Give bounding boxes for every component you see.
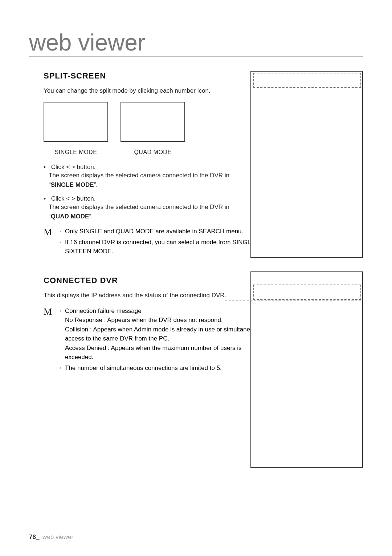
bullet-quad-desc: The screen displays the selected camera … bbox=[49, 202, 240, 221]
note-marker-icon: M bbox=[44, 306, 54, 374]
screenshot-split-screen bbox=[250, 71, 363, 258]
quad-mode-thumbnail bbox=[121, 102, 185, 142]
connected-dvr-note-list: ▪ Connection failure message No Response… bbox=[60, 306, 263, 374]
single-mode-label: SINGLE MODE bbox=[55, 149, 97, 156]
bullet-single-mode: Click < > button. The screen displays th… bbox=[44, 164, 240, 189]
footer-label: web viewer bbox=[42, 533, 73, 540]
note-item: ▪ Connection failure message No Response… bbox=[60, 306, 263, 362]
bullet-single-click: Click < > button. bbox=[51, 164, 96, 170]
note-search-menu: Only SINGLE and QUAD MODE are available … bbox=[65, 227, 243, 236]
note-bullet-icon: ▪ bbox=[60, 306, 61, 362]
bullet-quad-click: Click < > button. bbox=[51, 195, 96, 202]
note-conn-failure-label: Connection failure message bbox=[65, 306, 263, 316]
highlight-line bbox=[225, 301, 361, 301]
document-page: web viewer SPLIT-SCREEN You can change t… bbox=[0, 0, 392, 556]
bullet-quad-mode-name: QUAD MODE bbox=[51, 213, 89, 220]
note-bullet-icon: ▪ bbox=[60, 238, 61, 256]
single-mode-col: SINGLE MODE bbox=[44, 102, 108, 156]
note-bullet-icon: ▪ bbox=[60, 363, 61, 373]
bullet-single-desc-c: ”. bbox=[94, 181, 98, 188]
bullet-single-desc: The screen displays the selected camera … bbox=[49, 171, 240, 189]
note-marker-icon: M bbox=[44, 227, 54, 258]
note-item: ▪Only SINGLE and QUAD MODE are available… bbox=[60, 227, 263, 236]
note-16ch: If 16 channel DVR is connected, you can … bbox=[65, 238, 263, 256]
note-item: ▪If 16 channel DVR is connected, you can… bbox=[60, 238, 263, 256]
bullet-single-mode-name: SINGLE MODE bbox=[51, 181, 94, 188]
note-connection-failure: Connection failure message No Response :… bbox=[65, 306, 263, 362]
chapter-title: web viewer bbox=[29, 29, 363, 57]
note-collision: Collision : Appears when Admin mode is a… bbox=[65, 325, 263, 343]
note-access-denied: Access Denied : Appears when the maximum… bbox=[65, 343, 263, 362]
note-no-response: No Response : Appears when the DVR does … bbox=[65, 315, 263, 325]
highlight-box bbox=[253, 73, 361, 88]
quad-mode-col: QUAD MODE bbox=[121, 102, 185, 156]
note-bullet-icon: ▪ bbox=[60, 227, 61, 236]
highlight-box bbox=[253, 285, 361, 300]
single-mode-thumbnail bbox=[44, 102, 108, 142]
bullet-quad-mode: Click < > button. The screen displays th… bbox=[44, 195, 240, 221]
page-number: 78_ bbox=[29, 533, 39, 540]
quad-mode-label: QUAD MODE bbox=[134, 149, 171, 156]
note-item: ▪The number of simultaneous connections … bbox=[60, 363, 263, 373]
bullet-quad-desc-c: ”. bbox=[89, 213, 93, 220]
split-screen-note-list: ▪Only SINGLE and QUAD MODE are available… bbox=[60, 227, 263, 258]
note-conn-limit: The number of simultaneous connections a… bbox=[65, 363, 222, 373]
page-footer: 78_ web viewer bbox=[29, 533, 73, 541]
